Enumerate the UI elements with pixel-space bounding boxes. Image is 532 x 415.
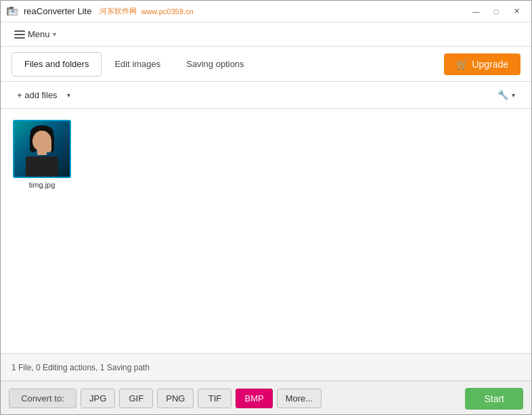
convert-to-label: Convert to: — [9, 389, 76, 408]
minimize-button[interactable]: — — [466, 5, 485, 18]
start-button[interactable]: Start — [465, 388, 523, 410]
wrench-icon: 🔧 — [497, 90, 509, 100]
file-thumbnail — [13, 120, 71, 178]
menu-label: Menu — [28, 29, 50, 39]
bottombar: Convert to: JPG GIF PNG TIF BMP More... … — [1, 380, 531, 415]
upgrade-button[interactable]: 🛒 Upgrade — [444, 53, 520, 75]
format-bmp-button[interactable]: BMP — [236, 389, 272, 408]
titlebar: reaConverter Lite 河东软件网 www.pc0359.cn — … — [1, 1, 531, 22]
titlebar-title: reaConverter Lite — [24, 6, 91, 16]
menu-icon — [14, 29, 25, 40]
dropdown-arrow-icon: ▾ — [67, 91, 70, 99]
upgrade-label: Upgrade — [472, 59, 508, 70]
app-icon — [6, 5, 20, 18]
upgrade-icon: 🛒 — [456, 59, 468, 70]
tab-saving-options[interactable]: Saving options — [173, 52, 257, 77]
add-files-dropdown-button[interactable]: ▾ — [63, 89, 74, 102]
svg-rect-6 — [14, 34, 25, 35]
add-files-button[interactable]: + add files — [12, 87, 63, 103]
format-png-button[interactable]: PNG — [157, 389, 194, 408]
titlebar-watermark2: www.pc0359.cn — [141, 7, 193, 16]
format-tif-button[interactable]: TIF — [198, 389, 231, 408]
menu-arrow: ▾ — [53, 30, 56, 38]
settings-arrow: ▾ — [512, 91, 515, 99]
file-name: timg.jpg — [29, 181, 56, 189]
titlebar-controls: — □ ✕ — [466, 5, 526, 18]
more-formats-button[interactable]: More... — [277, 389, 322, 408]
actionbar: + add files ▾ 🔧 ▾ — [1, 82, 531, 109]
svg-rect-7 — [14, 37, 25, 39]
titlebar-watermark: 河东软件网 — [99, 6, 137, 16]
status-text: 1 File, 0 Editing actions, 1 Saving path — [12, 363, 150, 372]
tab-edit-images[interactable]: Edit images — [102, 52, 173, 77]
menu-button[interactable]: Menu ▾ — [9, 26, 62, 43]
file-area: timg.jpg — [1, 109, 531, 353]
format-gif-button[interactable]: GIF — [119, 389, 153, 408]
menubar: Menu ▾ — [1, 22, 531, 47]
maximize-button[interactable]: □ — [487, 5, 506, 18]
add-files-label: + add files — [17, 90, 58, 100]
statusbar: 1 File, 0 Editing actions, 1 Saving path — [1, 353, 531, 380]
file-preview-image — [14, 121, 70, 177]
add-files-group: + add files ▾ — [12, 87, 74, 103]
tab-files-and-folders[interactable]: Files and folders — [12, 52, 102, 77]
svg-rect-2 — [9, 7, 14, 9]
main-layout: reaConverter Lite 河东软件网 www.pc0359.cn — … — [1, 1, 531, 415]
close-button[interactable]: ✕ — [507, 5, 526, 18]
tabs: Files and folders Edit images Saving opt… — [12, 47, 257, 81]
settings-button[interactable]: 🔧 ▾ — [492, 87, 520, 103]
toolbar: Files and folders Edit images Saving opt… — [1, 47, 531, 82]
format-jpg-button[interactable]: JPG — [81, 389, 115, 408]
list-item[interactable]: timg.jpg — [12, 120, 72, 189]
titlebar-left: reaConverter Lite 河东软件网 www.pc0359.cn — [6, 5, 194, 18]
svg-rect-5 — [14, 30, 25, 32]
